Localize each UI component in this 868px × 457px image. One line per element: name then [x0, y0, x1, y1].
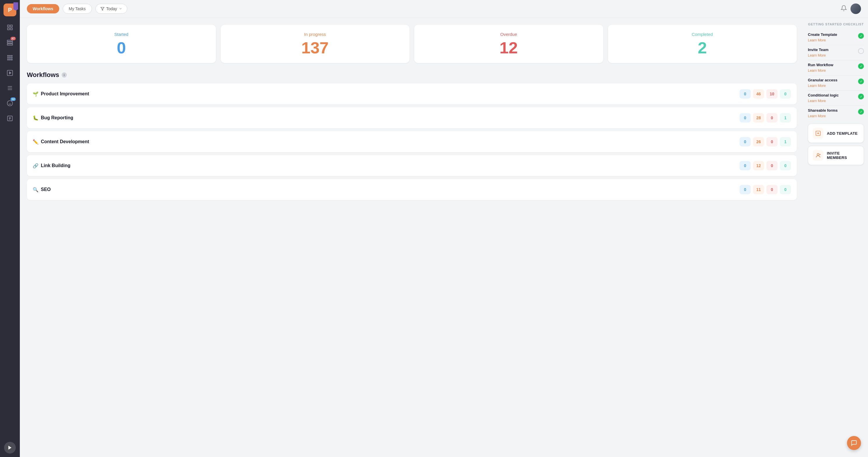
invite-members-button[interactable]: INVITE MEMBERS	[808, 146, 864, 165]
topbar-right	[841, 3, 861, 14]
chevron-down-icon	[119, 7, 122, 10]
sidebar-item-play[interactable]	[4, 442, 16, 454]
sidebar-item-grid[interactable]	[3, 51, 17, 64]
checklist-item-link[interactable]: Learn More	[808, 99, 826, 103]
sidebar-item-dashboard[interactable]	[3, 21, 17, 34]
workflow-badges: 0 11 0 0	[740, 185, 791, 194]
avatar-image	[850, 3, 861, 14]
started-value: 0	[34, 40, 209, 56]
workflow-overdue-badge: 0	[767, 185, 777, 194]
notifications-bell[interactable]	[841, 5, 847, 12]
workflow-card[interactable]: 🌱 Product Improvement 0 46 10 0	[27, 84, 797, 104]
svg-point-8	[9, 56, 10, 57]
workflow-started-badge: 0	[740, 137, 751, 146]
workflow-inprogress-badge: 11	[753, 185, 764, 194]
sidebar-item-tasks[interactable]: 47	[3, 36, 17, 49]
workflow-started-badge: 0	[740, 185, 751, 194]
checklist-item-name: Granular access	[808, 78, 856, 82]
sidebar-item-automation[interactable]	[3, 112, 17, 125]
inprogress-label: In progress	[228, 32, 403, 37]
workflow-name: 🔍 SEO	[33, 187, 51, 193]
checklist-item-link[interactable]: Learn More	[808, 84, 826, 88]
sidebar-item-media[interactable]	[3, 66, 17, 79]
sidebar-item-chat[interactable]: 12	[3, 97, 17, 110]
inprogress-value: 137	[228, 40, 403, 56]
workflow-completed-badge: 0	[780, 161, 791, 170]
checklist-item: Create Template Learn More ✓	[808, 30, 864, 45]
checklist-title: GETTING STARTED CHECKLIST	[808, 23, 864, 26]
filter-today[interactable]: Today	[95, 4, 127, 14]
workflow-started-badge: 0	[740, 161, 751, 170]
workflow-completed-badge: 1	[780, 137, 791, 146]
workflow-started-badge: 0	[740, 113, 751, 123]
workflow-name: 🐛 Bug Reporting	[33, 115, 73, 121]
completed-value: 2	[615, 40, 790, 56]
started-label: Started	[34, 32, 209, 37]
overdue-value: 12	[421, 40, 596, 56]
app-logo[interactable]: P	[3, 3, 17, 16]
workflow-overdue-badge: 0	[767, 113, 777, 123]
info-icon[interactable]: i	[62, 72, 67, 77]
svg-point-9	[11, 56, 12, 57]
checklist-item-link[interactable]: Learn More	[808, 53, 826, 58]
svg-rect-4	[7, 40, 12, 42]
workflow-inprogress-badge: 46	[753, 89, 764, 99]
svg-rect-3	[10, 28, 12, 30]
workflow-card[interactable]: ✏️ Content Development 0 26 0 1	[27, 131, 797, 152]
check-circle-empty	[858, 48, 864, 54]
svg-rect-1	[10, 25, 12, 27]
svg-point-7	[8, 56, 9, 57]
check-circle-done: ✓	[858, 109, 864, 115]
filter-label: Today	[106, 6, 117, 11]
add-template-icon	[813, 128, 823, 138]
checklist-item-link[interactable]: Learn More	[808, 69, 826, 73]
workflow-card[interactable]: 🔍 SEO 0 11 0 0	[27, 179, 797, 200]
checklist-item-link[interactable]: Learn More	[808, 114, 826, 118]
main-content: Workflows My Tasks Today	[20, 0, 868, 457]
checklist-items: Create Template Learn More ✓ Invite Team…	[808, 30, 864, 121]
section-title: Workflows i	[27, 71, 797, 79]
workflow-emoji: ✏️	[33, 139, 38, 145]
workflow-emoji: 🔍	[33, 187, 38, 193]
svg-point-30	[817, 154, 819, 156]
workflow-list: 🌱 Product Improvement 0 46 10 0 🐛 Bug Re…	[27, 84, 797, 202]
svg-rect-6	[7, 44, 12, 45]
svg-point-10	[8, 57, 9, 58]
workflow-name: 🔗 Link Building	[33, 163, 70, 169]
topbar: Workflows My Tasks Today	[20, 0, 868, 18]
workflow-overdue-badge: 10	[767, 89, 777, 99]
tab-workflows[interactable]: Workflows	[27, 4, 59, 13]
sidebar-item-list[interactable]	[3, 81, 17, 95]
workflow-emoji: 🌱	[33, 91, 38, 97]
checklist-item-name: Create Template	[808, 32, 856, 37]
filter-icon	[100, 7, 104, 11]
svg-marker-17	[9, 72, 11, 74]
checklist-item: Shareable forms Learn More ✓	[808, 106, 864, 121]
workflow-badges: 0 26 0 1	[740, 137, 791, 146]
checklist-item-name: Invite Team	[808, 47, 856, 52]
stat-card-overdue: Overdue 12	[414, 25, 603, 63]
svg-rect-5	[7, 42, 12, 43]
checklist-item-link[interactable]: Learn More	[808, 38, 826, 42]
add-template-button[interactable]: ADD TEMPLATE	[808, 124, 864, 143]
user-avatar[interactable]	[850, 3, 861, 14]
invite-members-icon	[813, 150, 823, 161]
workflow-completed-badge: 0	[780, 185, 791, 194]
tab-mytasks[interactable]: My Tasks	[63, 4, 92, 14]
workflow-inprogress-badge: 26	[753, 137, 764, 146]
workflow-card[interactable]: 🔗 Link Building 0 12 0 0	[27, 155, 797, 176]
sidebar: P 47 12	[0, 0, 20, 457]
svg-marker-26	[101, 7, 104, 10]
svg-point-12	[11, 57, 12, 58]
workflow-badges: 0 12 0 0	[740, 161, 791, 170]
checklist-item: Run Workflow Learn More ✓	[808, 60, 864, 75]
section-title-text: Workflows	[27, 71, 59, 79]
workflow-name: ✏️ Content Development	[33, 139, 89, 145]
workflow-emoji: 🔗	[33, 163, 38, 169]
svg-point-15	[11, 59, 12, 60]
check-circle-done: ✓	[858, 63, 864, 69]
chat-fab[interactable]	[847, 436, 861, 450]
checklist-item-name: Run Workflow	[808, 63, 856, 67]
workflow-card[interactable]: 🐛 Bug Reporting 0 28 0 1	[27, 107, 797, 128]
workflow-emoji: 🐛	[33, 115, 38, 121]
